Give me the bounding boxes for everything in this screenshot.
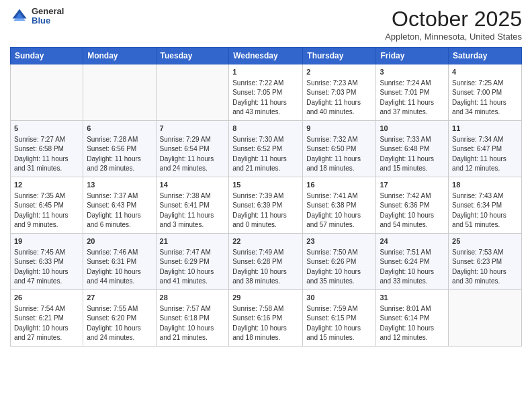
- calendar-cell: 3Sunrise: 7:24 AMSunset: 7:01 PMDaylight…: [376, 64, 449, 121]
- calendar-cell: 25Sunrise: 7:53 AMSunset: 6:23 PMDayligh…: [449, 233, 522, 289]
- day-info: Sunrise: 7:25 AMSunset: 7:00 PMDaylight:…: [452, 79, 518, 118]
- day-number: 29: [232, 293, 299, 304]
- calendar-table: Sunday Monday Tuesday Wednesday Thursday…: [10, 47, 522, 347]
- calendar-cell: 20Sunrise: 7:46 AMSunset: 6:31 PMDayligh…: [83, 233, 156, 289]
- day-info: Sunrise: 7:58 AMSunset: 6:16 PMDaylight:…: [232, 304, 299, 343]
- day-number: 6: [87, 124, 152, 134]
- calendar-subtitle: Appleton, Minnesota, United States: [385, 32, 522, 42]
- calendar-title: October 2025: [385, 7, 522, 32]
- day-number: 19: [14, 236, 79, 247]
- day-number: 9: [306, 124, 372, 134]
- page: General Blue October 2025 Appleton, Minn…: [0, 0, 532, 411]
- day-info: Sunrise: 7:43 AMSunset: 6:34 PMDaylight:…: [452, 191, 518, 230]
- calendar-cell: 12Sunrise: 7:35 AMSunset: 6:45 PMDayligh…: [11, 177, 83, 233]
- day-number: 1: [232, 67, 299, 78]
- day-info: Sunrise: 7:49 AMSunset: 6:28 PMDaylight:…: [232, 248, 299, 287]
- calendar-cell: 4Sunrise: 7:25 AMSunset: 7:00 PMDaylight…: [449, 64, 522, 121]
- day-info: Sunrise: 7:54 AMSunset: 6:21 PMDaylight:…: [14, 304, 79, 343]
- calendar-cell: [83, 64, 156, 121]
- day-number: 2: [306, 67, 372, 78]
- day-info: Sunrise: 7:41 AMSunset: 6:38 PMDaylight:…: [306, 191, 372, 230]
- day-number: 25: [452, 236, 518, 247]
- calendar-cell: 28Sunrise: 7:57 AMSunset: 6:18 PMDayligh…: [156, 289, 229, 346]
- day-number: 13: [87, 180, 152, 191]
- calendar-cell: 15Sunrise: 7:39 AMSunset: 6:39 PMDayligh…: [229, 177, 303, 233]
- calendar-cell: [11, 64, 83, 121]
- day-number: 21: [160, 236, 226, 247]
- col-wednesday: Wednesday: [229, 48, 303, 64]
- calendar-cell: 13Sunrise: 7:37 AMSunset: 6:43 PMDayligh…: [83, 177, 156, 233]
- day-number: 4: [452, 67, 518, 78]
- day-number: 23: [306, 236, 372, 247]
- day-info: Sunrise: 7:51 AMSunset: 6:24 PMDaylight:…: [380, 248, 445, 287]
- col-thursday: Thursday: [303, 48, 376, 64]
- day-number: 5: [14, 124, 79, 134]
- calendar-cell: 22Sunrise: 7:49 AMSunset: 6:28 PMDayligh…: [229, 233, 303, 289]
- day-info: Sunrise: 7:47 AMSunset: 6:29 PMDaylight:…: [160, 248, 226, 287]
- calendar-cell: 31Sunrise: 8:01 AMSunset: 6:14 PMDayligh…: [376, 289, 449, 346]
- calendar-cell: 10Sunrise: 7:33 AMSunset: 6:48 PMDayligh…: [376, 120, 449, 177]
- day-info: Sunrise: 8:01 AMSunset: 6:14 PMDaylight:…: [380, 304, 445, 343]
- week-row-3: 12Sunrise: 7:35 AMSunset: 6:45 PMDayligh…: [11, 177, 522, 233]
- day-number: 14: [160, 180, 226, 191]
- calendar-header: Sunday Monday Tuesday Wednesday Thursday…: [11, 48, 522, 64]
- day-info: Sunrise: 7:33 AMSunset: 6:48 PMDaylight:…: [380, 135, 445, 174]
- calendar-cell: 30Sunrise: 7:59 AMSunset: 6:15 PMDayligh…: [303, 289, 376, 346]
- header-row: Sunday Monday Tuesday Wednesday Thursday…: [11, 48, 522, 64]
- calendar-cell: 21Sunrise: 7:47 AMSunset: 6:29 PMDayligh…: [156, 233, 229, 289]
- calendar-cell: 7Sunrise: 7:29 AMSunset: 6:54 PMDaylight…: [156, 120, 229, 177]
- week-row-5: 26Sunrise: 7:54 AMSunset: 6:21 PMDayligh…: [11, 289, 522, 346]
- day-number: 12: [14, 180, 79, 191]
- day-number: 24: [380, 236, 445, 247]
- calendar-cell: [156, 64, 229, 121]
- day-info: Sunrise: 7:50 AMSunset: 6:26 PMDaylight:…: [306, 248, 372, 287]
- day-number: 16: [306, 180, 372, 191]
- header: General Blue October 2025 Appleton, Minn…: [10, 7, 522, 42]
- calendar-cell: 11Sunrise: 7:34 AMSunset: 6:47 PMDayligh…: [449, 120, 522, 177]
- calendar-cell: 27Sunrise: 7:55 AMSunset: 6:20 PMDayligh…: [83, 289, 156, 346]
- day-number: 7: [160, 124, 226, 134]
- calendar-cell: 19Sunrise: 7:45 AMSunset: 6:33 PMDayligh…: [11, 233, 83, 289]
- logo-blue: Blue: [32, 16, 64, 26]
- day-number: 15: [232, 180, 299, 191]
- calendar-cell: 29Sunrise: 7:58 AMSunset: 6:16 PMDayligh…: [229, 289, 303, 346]
- calendar-cell: 23Sunrise: 7:50 AMSunset: 6:26 PMDayligh…: [303, 233, 376, 289]
- day-info: Sunrise: 7:28 AMSunset: 6:56 PMDaylight:…: [87, 135, 152, 174]
- day-info: Sunrise: 7:46 AMSunset: 6:31 PMDaylight:…: [87, 248, 152, 287]
- day-info: Sunrise: 7:57 AMSunset: 6:18 PMDaylight:…: [160, 304, 226, 343]
- day-number: 20: [87, 236, 152, 247]
- day-info: Sunrise: 7:30 AMSunset: 6:52 PMDaylight:…: [232, 135, 299, 174]
- day-info: Sunrise: 7:39 AMSunset: 6:39 PMDaylight:…: [232, 191, 299, 230]
- day-number: 30: [306, 293, 372, 304]
- week-row-4: 19Sunrise: 7:45 AMSunset: 6:33 PMDayligh…: [11, 233, 522, 289]
- day-info: Sunrise: 7:42 AMSunset: 6:36 PMDaylight:…: [380, 191, 445, 230]
- day-number: 17: [380, 180, 445, 191]
- col-tuesday: Tuesday: [156, 48, 229, 64]
- calendar-cell: 24Sunrise: 7:51 AMSunset: 6:24 PMDayligh…: [376, 233, 449, 289]
- col-sunday: Sunday: [11, 48, 83, 64]
- calendar-cell: 18Sunrise: 7:43 AMSunset: 6:34 PMDayligh…: [449, 177, 522, 233]
- calendar-cell: 5Sunrise: 7:27 AMSunset: 6:58 PMDaylight…: [11, 120, 83, 177]
- logo-general: General: [32, 7, 64, 16]
- day-number: 8: [232, 124, 299, 134]
- day-info: Sunrise: 7:34 AMSunset: 6:47 PMDaylight:…: [452, 135, 518, 174]
- day-info: Sunrise: 7:55 AMSunset: 6:20 PMDaylight:…: [87, 304, 152, 343]
- day-number: 22: [232, 236, 299, 247]
- day-info: Sunrise: 7:38 AMSunset: 6:41 PMDaylight:…: [160, 191, 226, 230]
- week-row-2: 5Sunrise: 7:27 AMSunset: 6:58 PMDaylight…: [11, 120, 522, 177]
- day-info: Sunrise: 7:59 AMSunset: 6:15 PMDaylight:…: [306, 304, 372, 343]
- logo-text: General Blue: [32, 7, 64, 26]
- col-friday: Friday: [376, 48, 449, 64]
- day-number: 10: [380, 124, 445, 134]
- calendar-cell: 8Sunrise: 7:30 AMSunset: 6:52 PMDaylight…: [229, 120, 303, 177]
- day-number: 26: [14, 293, 79, 304]
- calendar-cell: 14Sunrise: 7:38 AMSunset: 6:41 PMDayligh…: [156, 177, 229, 233]
- title-block: October 2025 Appleton, Minnesota, United…: [385, 7, 522, 42]
- day-number: 28: [160, 293, 226, 304]
- calendar-cell: 2Sunrise: 7:23 AMSunset: 7:03 PMDaylight…: [303, 64, 376, 121]
- calendar-body: 1Sunrise: 7:22 AMSunset: 7:05 PMDaylight…: [11, 64, 522, 347]
- day-info: Sunrise: 7:29 AMSunset: 6:54 PMDaylight:…: [160, 135, 226, 174]
- calendar-cell: 6Sunrise: 7:28 AMSunset: 6:56 PMDaylight…: [83, 120, 156, 177]
- day-number: 11: [452, 124, 518, 134]
- day-number: 3: [380, 67, 445, 78]
